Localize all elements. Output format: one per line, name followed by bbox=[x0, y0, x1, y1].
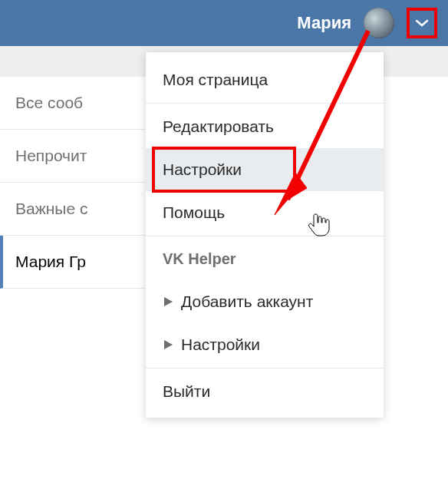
menu-label: Выйти bbox=[163, 382, 210, 401]
menu-label: Настройки bbox=[163, 160, 242, 179]
sidebar-item-important[interactable]: Важные с bbox=[0, 183, 153, 236]
menu-separator bbox=[146, 103, 384, 104]
menu-label: Редактировать bbox=[163, 117, 274, 136]
user-dropdown: Моя страница Редактировать Настройки Пом… bbox=[146, 52, 384, 418]
menu-vk-settings[interactable]: Настройки bbox=[146, 323, 384, 366]
menu-separator bbox=[146, 236, 384, 236]
header-bar: Мария bbox=[0, 0, 448, 46]
svg-marker-1 bbox=[164, 340, 173, 349]
menu-label: VK Helper bbox=[163, 250, 236, 268]
menu-add-account[interactable]: Добавить аккаунт bbox=[146, 280, 384, 323]
svg-marker-0 bbox=[164, 297, 173, 306]
menu-label: Настройки bbox=[181, 335, 260, 354]
sidebar-item-maria[interactable]: Мария Гр bbox=[0, 236, 153, 289]
chevron-down-icon bbox=[415, 18, 429, 28]
menu-label: Помощь bbox=[163, 203, 225, 222]
dropdown-toggle[interactable] bbox=[407, 8, 437, 38]
play-icon bbox=[163, 296, 173, 307]
play-icon bbox=[163, 339, 173, 350]
menu-label: Моя страница bbox=[163, 71, 268, 89]
menu-separator bbox=[146, 368, 384, 368]
menu-settings[interactable]: Настройки bbox=[146, 148, 384, 191]
menu-section-vkhelper: VK Helper bbox=[146, 238, 384, 280]
menu-edit[interactable]: Редактировать bbox=[146, 105, 384, 148]
menu-help[interactable]: Помощь bbox=[146, 191, 384, 234]
sidebar-tabs: Все сооб Непрочит Важные с Мария Гр bbox=[0, 77, 153, 289]
menu-label: Добавить аккаунт bbox=[181, 292, 313, 311]
avatar bbox=[364, 8, 394, 38]
menu-my-page[interactable]: Моя страница bbox=[146, 58, 384, 101]
header-username: Мария bbox=[297, 13, 351, 33]
header-user-area[interactable]: Мария bbox=[297, 8, 437, 38]
menu-logout[interactable]: Выйти bbox=[146, 370, 384, 413]
sidebar-item-unread[interactable]: Непрочит bbox=[0, 130, 153, 183]
sidebar-item-all[interactable]: Все сооб bbox=[0, 77, 153, 130]
